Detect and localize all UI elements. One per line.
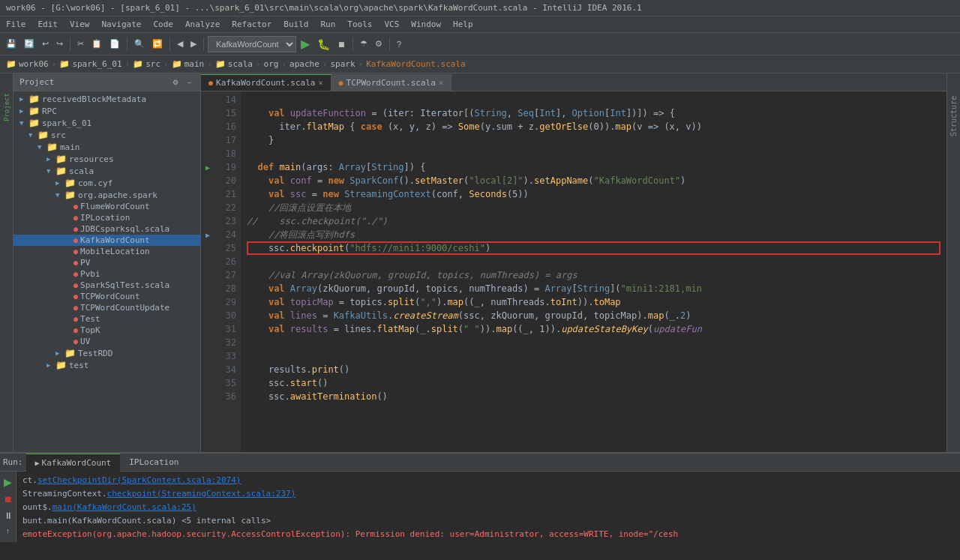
bc-spark601[interactable]: 📁spark_6_01 bbox=[59, 59, 122, 69]
toolbar-search[interactable]: 🔍 bbox=[131, 35, 148, 53]
tree-item-receivedBlock[interactable]: ▶ 📁 receivedBlockMetadata bbox=[14, 93, 200, 105]
bc-src[interactable]: 📁src bbox=[133, 59, 160, 69]
sidebar-settings[interactable]: ⚙ bbox=[170, 73, 182, 91]
tree-item-src[interactable]: ▼ 📁 src bbox=[14, 129, 200, 141]
tree-item-sparksql[interactable]: ▶ ● SparkSqlTest.scala bbox=[14, 280, 200, 291]
nav-breadcrumb: 📁work06 › 📁spark_6_01 › 📁src › 📁main › 📁… bbox=[0, 55, 960, 73]
tree-item-mobile[interactable]: ▶ ● MobileLocation bbox=[14, 246, 200, 257]
menu-vcs[interactable]: VCS bbox=[378, 16, 405, 32]
tree-item-tcpword[interactable]: ▶ ● TCPWordCount bbox=[14, 291, 200, 302]
menu-help[interactable]: Help bbox=[447, 16, 479, 32]
bc-spark[interactable]: spark bbox=[330, 59, 355, 69]
run-button[interactable]: ▶ bbox=[298, 35, 313, 53]
run-config-dropdown[interactable]: KafkaWordCount bbox=[208, 36, 296, 52]
code-line-24: //将回滚点写到hdfs bbox=[247, 228, 940, 241]
bottom-tab-kafka[interactable]: ▶ KafkaWordCount bbox=[26, 454, 121, 472]
tree-item-rpc[interactable]: ▶ 📁 RPC bbox=[14, 105, 200, 117]
tree-item-jdbc[interactable]: ▶ ● JDBCsparksql.scala bbox=[14, 223, 200, 235]
scala-file-icon: ● bbox=[74, 315, 78, 323]
bc-org[interactable]: org bbox=[264, 59, 279, 69]
menu-view[interactable]: View bbox=[64, 16, 96, 32]
menu-run[interactable]: Run bbox=[314, 16, 341, 32]
bottom-restart-btn[interactable]: ⏸ bbox=[1, 509, 16, 523]
toolbar-btn-3[interactable]: ↩ bbox=[39, 35, 52, 53]
bottom-run-btn[interactable]: ▶ bbox=[1, 475, 15, 490]
debug-button[interactable]: 🐛 bbox=[314, 35, 333, 53]
toolbar: 💾 🔄 ↩ ↪ ✂ 📋 📄 🔍 🔁 ◀ ▶ KafkaWordCount ▶ 🐛… bbox=[0, 33, 960, 55]
toolbar-coverage[interactable]: ☂ bbox=[357, 35, 370, 53]
tree-label: com.cyf bbox=[78, 178, 112, 188]
menu-edit[interactable]: Edit bbox=[32, 16, 64, 32]
tree-item-topk[interactable]: ▶ ● TopK bbox=[14, 325, 200, 336]
tab-kafka-close[interactable]: × bbox=[318, 79, 322, 87]
tab-tcp-close[interactable]: × bbox=[439, 79, 443, 87]
tree-item-pv[interactable]: ▶ ● PV bbox=[14, 257, 200, 268]
bottom-tab-iplocation[interactable]: IPLocation bbox=[120, 454, 188, 472]
toolbar-back[interactable]: ◀ bbox=[174, 35, 186, 53]
toolbar-forward[interactable]: ▶ bbox=[188, 35, 200, 53]
structure-btn[interactable]: Structure bbox=[950, 76, 958, 136]
tree-arrow: ▶ bbox=[56, 179, 64, 187]
tree-item-flume[interactable]: ▶ ● FlumeWordCount bbox=[14, 201, 200, 212]
menu-build[interactable]: Build bbox=[278, 16, 314, 32]
tree-item-resources[interactable]: ▶ 📁 resources bbox=[14, 153, 200, 165]
toolbar-copy[interactable]: 📋 bbox=[88, 35, 105, 53]
bottom-scroll-down[interactable]: ↓ bbox=[3, 540, 13, 542]
code-line-21: val ssc = new StreamingContext(conf, Sec… bbox=[247, 187, 940, 201]
line-numbers: 14 15 16 17 18 19 20 21 22 23 24 25 26 2… bbox=[214, 91, 241, 452]
tree-item-testfolder[interactable]: ▶ 📁 test bbox=[14, 359, 200, 371]
toolbar-help[interactable]: ? bbox=[394, 35, 404, 53]
tab-tcp[interactable]: ● TCPWordCount.scala × bbox=[332, 74, 452, 91]
link-3[interactable]: main(KafkaWordCount.scala:25) bbox=[52, 502, 196, 512]
toolbar-btn-2[interactable]: 🔄 bbox=[21, 35, 38, 53]
menu-code[interactable]: Code bbox=[147, 16, 179, 32]
tab-kafka[interactable]: ● KafkaWordCount.scala × bbox=[201, 74, 332, 91]
toolbar-replace[interactable]: 🔁 bbox=[149, 35, 166, 53]
tree-item-main[interactable]: ▼ 📁 main bbox=[14, 141, 200, 153]
tree-item-tcpupdate[interactable]: ▶ ● TCPWordCountUpdate bbox=[14, 302, 200, 313]
bc-scala[interactable]: 📁scala bbox=[215, 59, 253, 69]
bottom-stop-btn[interactable]: ⏹ bbox=[1, 493, 16, 506]
toolbar-cut[interactable]: ✂ bbox=[74, 35, 87, 53]
editor-tabs: ● KafkaWordCount.scala × ● TCPWordCount.… bbox=[201, 73, 946, 91]
tree-item-kafka[interactable]: ▶ ● KafkaWordCount bbox=[14, 235, 200, 246]
bc-work06[interactable]: 📁work06 bbox=[6, 59, 49, 69]
code-content[interactable]: val updateFunction = (iter: Iterator[(St… bbox=[241, 91, 946, 452]
menu-analyze[interactable]: Analyze bbox=[179, 16, 226, 32]
title-text: work06 - [G:\work06] - [spark_6_01] - ..… bbox=[6, 3, 642, 13]
menu-file[interactable]: File bbox=[0, 16, 32, 32]
tree-item-uv[interactable]: ▶ ● UV bbox=[14, 336, 200, 347]
toolbar-paste[interactable]: 📄 bbox=[106, 35, 123, 53]
tree-arrow: ▶ bbox=[46, 155, 56, 163]
link-1[interactable]: setCheckpointDir(SparkContext.scala:2074… bbox=[38, 475, 242, 485]
tree-item-org-apache[interactable]: ▼ 📁 org.apache.spark bbox=[14, 189, 200, 201]
tree-item-scala[interactable]: ▼ 📁 scala bbox=[14, 165, 200, 177]
bc-apache[interactable]: apache bbox=[290, 59, 320, 69]
tree-item-spark601[interactable]: ▼ 📁 spark_6_01 bbox=[14, 117, 200, 129]
bottom-content[interactable]: ct.setCheckpointDir(SparkContext.scala:2… bbox=[16, 472, 960, 542]
tree-item-test[interactable]: ▶ ● Test bbox=[14, 313, 200, 325]
menu-refactor[interactable]: Refactor bbox=[226, 16, 278, 32]
menu-window[interactable]: Window bbox=[405, 16, 447, 32]
toolbar-btn-1[interactable]: 💾 bbox=[3, 35, 20, 53]
menu-tools[interactable]: Tools bbox=[341, 16, 378, 32]
tree-item-comcyf[interactable]: ▶ 📁 com.cyf bbox=[14, 177, 200, 189]
gutter-icon-26 bbox=[201, 255, 214, 268]
project-panel-btn[interactable]: Project bbox=[3, 76, 10, 121]
toolbar-btn-4[interactable]: ↪ bbox=[53, 35, 66, 53]
sidebar-close[interactable]: − bbox=[184, 73, 194, 91]
bc-main[interactable]: 📁main bbox=[172, 59, 205, 69]
ln-24: 24 bbox=[214, 228, 236, 241]
gutter-icon-31 bbox=[201, 322, 214, 336]
stop-button[interactable]: ⏹ bbox=[334, 35, 349, 53]
bottom-scroll-up[interactable]: ↑ bbox=[3, 526, 13, 537]
menu-navigate[interactable]: Navigate bbox=[96, 16, 148, 32]
code-line-36: ssc.awaitTermination() bbox=[247, 390, 940, 403]
code-line-16: iter.flatMap { case (x, y, z) => Some(y.… bbox=[247, 120, 940, 133]
tree-item-pvbi[interactable]: ▶ ● Pvbi bbox=[14, 268, 200, 280]
tree-item-testrdd[interactable]: ▶ 📁 TestRDD bbox=[14, 347, 200, 359]
toolbar-profile[interactable]: ⚙ bbox=[372, 35, 386, 53]
link-2[interactable]: checkpoint(StreamingContext.scala:237) bbox=[107, 489, 296, 499]
bc-filename[interactable]: KafkaWordCount.scala bbox=[366, 59, 465, 69]
tree-item-iplocation[interactable]: ▶ ● IPLocation bbox=[14, 212, 200, 223]
